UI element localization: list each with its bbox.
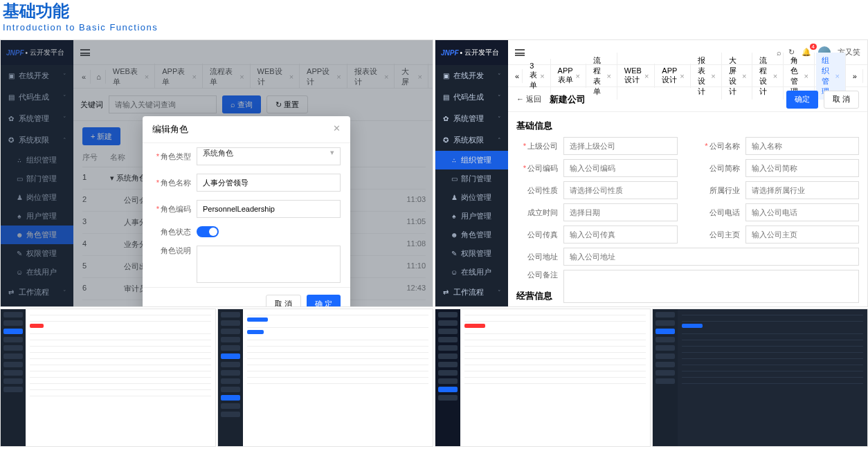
field-label: *上级公司	[516, 141, 558, 151]
edit-role-dialog: 编辑角色 ✕ *角色类型 系统角色 ▾ *角色名称 *角色编码 角色状态 角色说…	[143, 116, 350, 307]
role-type-label: 角色类型	[161, 152, 191, 160]
role-name-label: 角色名称	[161, 178, 191, 187]
sidebar-subitem[interactable]: ♟岗位管理	[435, 188, 508, 207]
role-name-input[interactable]	[197, 174, 341, 192]
sidebar-subitem[interactable]: ✎权限管理	[435, 244, 508, 263]
logo-accent: JNPF	[441, 49, 459, 57]
industry-input[interactable]	[745, 181, 860, 199]
role-status-toggle[interactable]	[197, 226, 219, 237]
tab-nav-left[interactable]: «	[512, 69, 523, 83]
sidebar-subitem[interactable]: ⛬组织管理	[435, 151, 508, 169]
sidebar-item[interactable]: ✪系统权限˄	[435, 129, 508, 151]
tab-bar: « 3表单×APP表单×流程表单×WEB设计×APP设计×报表设计×大屏设计×流…	[508, 65, 867, 87]
founded-input[interactable]	[563, 203, 678, 221]
site-input[interactable]	[745, 226, 860, 243]
field-label: 公司电话	[698, 208, 740, 218]
tab[interactable]: WEB设计×	[619, 64, 655, 88]
back-link[interactable]: ← 返回	[516, 94, 541, 104]
screenshot-role-edit: JNPF • 云开发平台 ▣在线开发˅▤代码生成˅✿系统管理˅✪系统权限˄⛬组织…	[0, 39, 433, 307]
sidebar-subitem[interactable]: ▭部门管理	[435, 169, 508, 188]
sidebar-item[interactable]: ▣在线开发˅	[435, 65, 508, 86]
nature-input[interactable]	[563, 181, 678, 199]
logo: JNPF • 云开发平台	[435, 40, 508, 65]
field-label: 公司传真	[516, 230, 558, 240]
field-label: *公司名称	[698, 141, 740, 151]
section-basic: 基础信息	[516, 120, 552, 132]
sidebar: JNPF • 云开发平台 ▣在线开发˅▤代码生成˅✿系统管理˅✪系统权限˄⛬组织…	[435, 40, 508, 306]
role-desc-label: 角色说明	[161, 246, 191, 255]
short-input[interactable]	[745, 159, 860, 177]
role-status-label: 角色状态	[161, 228, 191, 236]
sidebar-subitem[interactable]: ♠用户管理	[435, 207, 508, 226]
sidebar-item[interactable]: ▦扩展应用˅	[435, 303, 508, 307]
cancel-button[interactable]: 取 消	[824, 91, 859, 109]
field-label: 公司主页	[698, 230, 740, 240]
sidebar-item[interactable]: ✿系统管理˅	[435, 108, 508, 129]
ok-button[interactable]: 确 定	[307, 295, 341, 307]
addr-input[interactable]	[563, 248, 859, 266]
logo-sep: •	[460, 49, 463, 57]
ok-button[interactable]: 确定	[786, 91, 818, 109]
role-desc-textarea[interactable]	[197, 246, 341, 283]
page-heading-en: Introduction to Basic Functions	[3, 22, 865, 33]
cancel-button[interactable]: 取 消	[266, 295, 301, 307]
role-type-select[interactable]: 系统角色 ▾	[197, 147, 341, 165]
field-label: 成立时间	[516, 208, 558, 218]
sidebar-item[interactable]: ⇄工作流程˅	[435, 282, 508, 303]
field-label: 公司性质	[516, 185, 558, 196]
code-input[interactable]	[563, 159, 678, 177]
fax-input[interactable]	[563, 226, 678, 243]
thumb-3	[435, 309, 651, 447]
remark-textarea[interactable]	[563, 270, 859, 303]
thumb-4	[652, 309, 868, 447]
tab[interactable]: APP设计×	[656, 64, 690, 88]
section-business: 经营信息	[516, 290, 552, 302]
sidebar-subitem[interactable]: ☻角色管理	[435, 226, 508, 244]
thumb-2	[217, 309, 433, 447]
field-label: 所属行业	[698, 185, 740, 196]
role-code-label: 角色编码	[161, 205, 191, 213]
field-label: 公司简称	[698, 163, 740, 174]
logo-text: 云开发平台	[464, 48, 499, 57]
sidebar-subitem[interactable]: ☺在线用户	[435, 263, 508, 282]
tab[interactable]: APP表单×	[552, 64, 586, 88]
screenshot-org-create: JNPF • 云开发平台 ▣在线开发˅▤代码生成˅✿系统管理˅✪系统权限˄⛬组织…	[435, 39, 868, 307]
menu-icon[interactable]	[515, 49, 525, 56]
page-heading-zh: 基础功能	[3, 0, 865, 22]
role-code-input[interactable]	[197, 200, 341, 218]
field-label: 公司备注	[516, 270, 558, 280]
tab-nav-right[interactable]: »	[847, 69, 863, 83]
dialog-title: 编辑角色	[152, 123, 188, 136]
page-title: 新建公司	[550, 93, 586, 106]
phone-input[interactable]	[745, 203, 860, 221]
close-icon[interactable]: ✕	[333, 123, 341, 136]
parent-input[interactable]	[563, 137, 678, 155]
sidebar-item[interactable]: ▤代码生成˅	[435, 86, 508, 108]
thumb-1	[0, 309, 216, 447]
field-label: 公司地址	[516, 252, 558, 262]
field-label: *公司编码	[516, 163, 558, 174]
name-input[interactable]	[745, 137, 860, 155]
